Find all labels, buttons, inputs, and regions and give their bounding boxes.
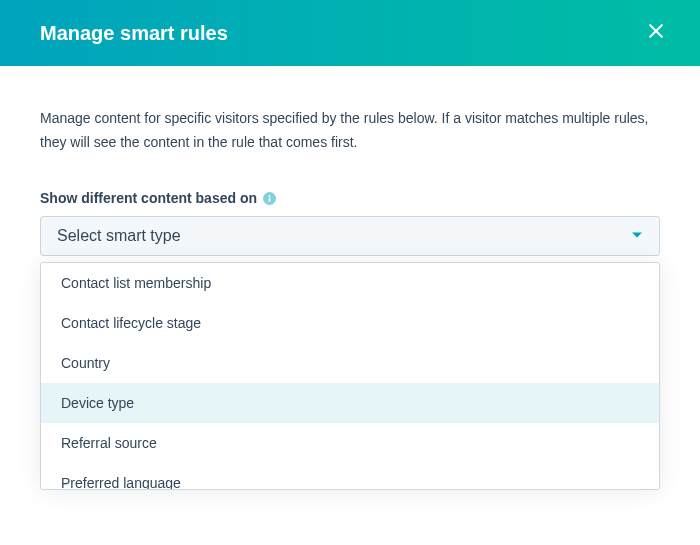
svg-rect-3 <box>269 197 271 201</box>
option-country[interactable]: Country <box>41 343 659 383</box>
select-label: Show different content based on <box>40 190 257 206</box>
chevron-down-icon <box>631 227 643 245</box>
option-contact-lifecycle-stage[interactable]: Contact lifecycle stage <box>41 303 659 343</box>
close-icon <box>646 21 666 45</box>
dialog-title: Manage smart rules <box>40 22 228 45</box>
close-button[interactable] <box>644 21 668 45</box>
select-placeholder: Select smart type <box>57 227 181 245</box>
option-contact-list-membership[interactable]: Contact list membership <box>41 263 659 303</box>
svg-rect-4 <box>269 195 271 197</box>
smart-type-dropdown: Contact list membership Contact lifecycl… <box>40 262 660 490</box>
select-label-row: Show different content based on <box>40 190 660 206</box>
option-preferred-language[interactable]: Preferred language <box>41 463 659 490</box>
smart-type-select[interactable]: Select smart type <box>40 216 660 256</box>
info-icon[interactable] <box>263 192 276 205</box>
option-referral-source[interactable]: Referral source <box>41 423 659 463</box>
dialog-header: Manage smart rules <box>0 0 700 66</box>
description-text: Manage content for specific visitors spe… <box>40 106 660 154</box>
dialog-content: Manage content for specific visitors spe… <box>0 66 700 490</box>
option-device-type[interactable]: Device type <box>41 383 659 423</box>
